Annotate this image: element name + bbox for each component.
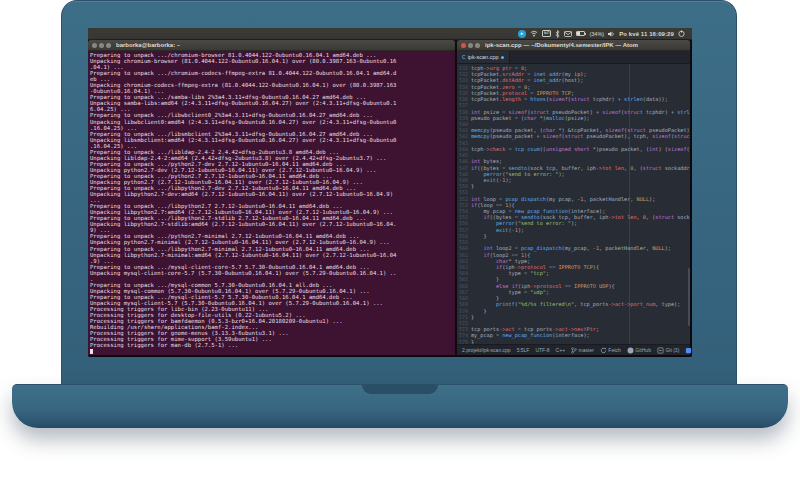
maximize-icon[interactable]: [475, 43, 480, 48]
status-file-path[interactable]: 2.projekt/ipk-scan.cpp: [462, 347, 511, 353]
status-bar: 2.projekt/ipk-scan.cpp 5:5 LFUTF-8C++mas…: [457, 344, 690, 355]
github-icon: [627, 347, 634, 354]
line-number: 537: [457, 102, 468, 108]
line-number: 534: [457, 84, 468, 90]
editor-scrollbar[interactable]: [688, 64, 690, 344]
modified-indicator-icon[interactable]: [501, 56, 504, 59]
tab-ipk-scan-cpp[interactable]: C ipk-scan.cpp: [457, 51, 510, 63]
status-item-label: GitHub: [635, 347, 651, 353]
status-item-label: Git (3): [665, 347, 679, 353]
close-icon[interactable]: [92, 43, 97, 48]
minimize-icon[interactable]: [468, 43, 473, 48]
status-item-label: master: [579, 347, 594, 353]
editor-gutter: 5315325335345355365375385395405415425435…: [457, 64, 471, 344]
status-item-master[interactable]: master: [571, 347, 594, 354]
terminal-titlebar[interactable]: barborka@barborka: ~: [88, 40, 455, 51]
line-number: 566: [457, 283, 468, 289]
line-number: 538: [457, 109, 468, 115]
terminal-cursor: [90, 349, 93, 354]
terminal-output-line: [90, 348, 453, 354]
line-number: 561: [457, 252, 468, 258]
battery-icon[interactable]: [576, 31, 585, 36]
power-icon[interactable]: [678, 30, 685, 37]
line-number: 569: [457, 301, 468, 307]
editor-area[interactable]: 5315325335345355365375385395405415425435…: [457, 64, 690, 344]
line-number: 574: [457, 332, 468, 338]
sync-icon: [600, 347, 607, 354]
line-number: 533: [457, 77, 468, 83]
status-item-c-[interactable]: C++: [556, 347, 565, 353]
status-item-label: LF: [524, 347, 530, 353]
battery-fill: [577, 32, 579, 35]
screen: En (34%) Po kvě 11 16:09:29: [88, 28, 692, 357]
status-item-github[interactable]: GitHub: [627, 347, 651, 354]
keyboard-layout-indicator[interactable]: En: [542, 30, 552, 38]
laptop-base: [12, 384, 788, 428]
messenger-app-icon[interactable]: [518, 30, 526, 38]
wifi-icon[interactable]: [530, 30, 538, 37]
editor-code[interactable]: tcph->urg_ptr = 0;tcpPacket.srcAddr = in…: [471, 65, 690, 344]
mail-icon[interactable]: [564, 31, 572, 37]
status-item-label: C++: [556, 347, 565, 353]
tab-label: ipk-scan.cpp: [468, 54, 499, 60]
system-tray: En (34%) Po kvě 11 16:09:29: [518, 28, 692, 39]
line-number: 575: [457, 339, 468, 344]
status-cursor-position[interactable]: 5:5: [517, 347, 524, 353]
maximize-icon[interactable]: [106, 43, 111, 48]
status-item-git-3-[interactable]: Git (3): [657, 347, 679, 354]
terminal-title: barborka@barborka: ~: [116, 42, 180, 48]
status-item-utf-8[interactable]: UTF-8: [535, 347, 549, 353]
laptop-notch: [362, 385, 438, 394]
battery-percentage: (34%): [589, 31, 604, 37]
editor-code-pane[interactable]: tcph->urg_ptr = 0;tcpPacket.srcAddr = in…: [471, 64, 690, 344]
clock[interactable]: Po kvě 11 16:09:29: [619, 31, 674, 37]
status-item-lf[interactable]: LF: [524, 347, 530, 353]
laptop-mockup: En (34%) Po kvě 11 16:09:29: [0, 0, 800, 477]
atom-window-title: ipk-scan.cpp — ~/Dokumenty/4.semester/IP…: [485, 42, 638, 48]
minimize-icon[interactable]: [99, 43, 104, 48]
cpp-file-icon: C: [462, 54, 466, 60]
line-number: 560: [457, 245, 468, 251]
status-item-fetch[interactable]: Fetch: [600, 347, 621, 354]
branch-icon: [571, 347, 577, 354]
line-number: 543: [457, 140, 468, 146]
atom-titlebar[interactable]: ipk-scan.cpp — ~/Dokumenty/4.semester/IP…: [457, 40, 690, 51]
line-number: 570: [457, 308, 468, 314]
line-number: 556: [457, 220, 468, 226]
status-item-label: Fetch: [608, 347, 621, 353]
line-number: 547: [457, 165, 468, 171]
line-number: 542: [457, 133, 468, 139]
system-top-bar: En (34%) Po kvě 11 16:09:29: [88, 28, 692, 40]
laptop-lid: En (34%) Po kvě 11 16:09:29: [61, 0, 737, 386]
terminal-window: barborka@barborka: ~ Preparing to unpack…: [88, 40, 455, 355]
status-item-label: UTF-8: [535, 347, 549, 353]
atom-window: ipk-scan.cpp — ~/Dokumenty/4.semester/IP…: [457, 40, 690, 355]
line-number: 551: [457, 189, 468, 195]
status-item-1-update[interactable]: 1 update: [685, 347, 692, 354]
bluetooth-icon[interactable]: [555, 30, 560, 38]
tab-bar: C ipk-scan.cpp: [457, 51, 690, 64]
line-number: 546: [457, 158, 468, 164]
line-number: 557: [457, 227, 468, 233]
line-number: 565: [457, 276, 468, 282]
line-number: 552: [457, 196, 468, 202]
terminal-output[interactable]: Preparing to unpack .../chromium-browser…: [88, 51, 455, 355]
close-icon[interactable]: [461, 43, 466, 48]
status-right: LFUTF-8C++masterFetchGitHubGit (3)1 upda…: [524, 347, 692, 354]
pkg-icon: [685, 347, 692, 354]
git-icon: [657, 347, 664, 354]
volume-icon[interactable]: [608, 31, 615, 37]
code-line: }: [471, 339, 690, 344]
scrollbar-thumb[interactable]: [688, 268, 690, 326]
